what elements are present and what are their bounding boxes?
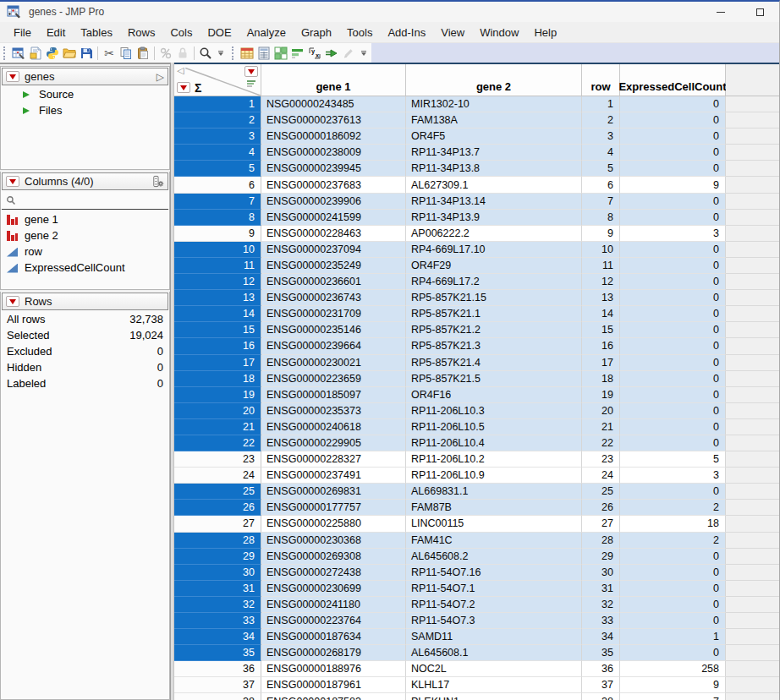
row-number-cell[interactable]: 26 [174, 500, 261, 516]
menu-item[interactable]: DOE [200, 24, 239, 41]
row-cell[interactable]: 13 [582, 290, 620, 306]
gene1-cell[interactable]: ENSG00000235373 [261, 403, 406, 419]
plot-yx-icon[interactable]: yx [306, 45, 323, 62]
count-cell[interactable]: 0 [620, 210, 726, 226]
count-cell[interactable]: 0 [620, 435, 726, 451]
tabulate-icon[interactable] [255, 45, 272, 62]
gene2-cell[interactable]: RP4-669L17.2 [406, 274, 582, 290]
gene2-cell[interactable]: RP11-34P13.7 [406, 145, 582, 161]
gene1-cell[interactable]: ENSG00000239664 [261, 338, 406, 354]
row-number-cell[interactable]: 36 [174, 661, 261, 677]
row-number-cell[interactable]: 11 [174, 258, 261, 274]
gene1-cell[interactable]: ENSG00000236601 [261, 274, 406, 290]
column-filter-icon[interactable] [247, 80, 255, 88]
column-item[interactable]: ExpressedCellCount [1, 260, 169, 276]
count-cell[interactable]: 0 [620, 387, 726, 403]
row-cell[interactable]: 25 [582, 484, 620, 500]
count-cell[interactable]: 0 [620, 484, 726, 500]
gene1-cell[interactable]: ENSG00000187961 [261, 677, 406, 693]
menu-item[interactable]: Tools [339, 24, 380, 41]
gene2-cell[interactable]: RP5-857K21.4 [406, 355, 582, 371]
row-number-cell[interactable]: 38 [174, 693, 261, 700]
gene2-cell[interactable]: RP11-206L10.5 [406, 419, 582, 435]
gene2-cell[interactable]: KLHL17 [406, 677, 582, 693]
menu-item[interactable]: File [6, 24, 39, 41]
table-row[interactable]: 11 ENSG00000235249 OR4F29 11 0 [174, 258, 779, 274]
row-cell[interactable]: 2 [582, 112, 620, 129]
row-cell[interactable]: 30 [582, 565, 620, 581]
row-number-cell[interactable]: 32 [174, 597, 261, 613]
rows-stat[interactable]: Labeled 0 [1, 375, 169, 391]
row-number-cell[interactable]: 8 [174, 210, 261, 226]
row-number-cell[interactable]: 30 [174, 565, 261, 581]
gene1-cell[interactable]: ENSG00000240618 [261, 419, 406, 435]
toolbar-overflow-icon[interactable] [216, 51, 225, 56]
row-number-cell[interactable]: 5 [174, 161, 261, 177]
table-row[interactable]: 1 NSG00000243485 MIR1302-10 1 0 [174, 96, 779, 112]
menu-item[interactable]: Edit [39, 24, 73, 41]
menu-item[interactable]: Graph [294, 24, 339, 41]
column-item[interactable]: row [1, 243, 169, 260]
maximize-button[interactable] [740, 2, 779, 22]
count-cell[interactable]: 258 [620, 661, 726, 677]
row-number-cell[interactable]: 9 [174, 226, 261, 242]
count-cell[interactable]: 0 [620, 581, 726, 597]
row-number-cell[interactable]: 28 [174, 533, 261, 549]
menu-item[interactable]: View [433, 24, 472, 41]
table-panel-item[interactable]: Files [1, 102, 169, 118]
row-number-cell[interactable]: 23 [174, 451, 261, 468]
gene2-cell[interactable]: FAM41C [406, 533, 582, 549]
window-layout-icon[interactable] [272, 45, 289, 62]
row-cell[interactable]: 5 [582, 161, 620, 177]
gene2-cell[interactable]: RP5-857K21.3 [406, 338, 582, 354]
menu-item[interactable]: Rows [120, 24, 163, 41]
count-cell[interactable]: 0 [620, 338, 726, 354]
row-number-cell[interactable]: 7 [174, 194, 261, 210]
gene2-cell[interactable]: RP11-34P13.8 [406, 161, 582, 177]
row-cell[interactable]: 24 [582, 468, 620, 484]
row-cell[interactable]: 3 [582, 129, 620, 145]
row-number-cell[interactable]: 17 [174, 355, 261, 371]
table-row[interactable]: 22 ENSG00000229905 RP11-206L10.4 22 0 [174, 435, 779, 451]
row-number-cell[interactable]: 24 [174, 468, 261, 484]
red-triangle-button[interactable] [6, 71, 19, 82]
table-row[interactable]: 31 ENSG00000230699 RP11-54O7.1 31 0 [174, 581, 779, 597]
gene2-cell[interactable]: RP11-54O7.16 [406, 565, 582, 581]
gene1-cell[interactable]: ENSG00000237094 [261, 242, 406, 258]
paste-icon[interactable] [135, 45, 151, 62]
rows-stat[interactable]: Selected 19,024 [1, 327, 169, 343]
count-cell[interactable]: 0 [620, 322, 726, 338]
gene2-cell[interactable]: MIR1302-10 [406, 96, 582, 112]
gene2-cell[interactable]: FAM138A [406, 112, 582, 129]
gene2-cell[interactable]: RP11-34P13.9 [406, 210, 582, 226]
gene2-cell[interactable]: OR4F5 [406, 129, 582, 145]
panel-expand-icon[interactable]: ▷ [157, 71, 164, 83]
table-row[interactable]: 5 ENSG00000239945 RP11-34P13.8 5 0 [174, 161, 779, 177]
count-cell[interactable]: 3 [620, 468, 726, 484]
row-cell[interactable]: 34 [582, 629, 620, 645]
table-row[interactable]: 32 ENSG00000241180 RP11-54O7.2 32 0 [174, 597, 779, 613]
save-icon[interactable] [78, 45, 95, 62]
table-row[interactable]: 25 ENSG00000269831 AL669831.1 25 0 [174, 484, 779, 500]
row-cell[interactable]: 28 [582, 533, 620, 549]
gene2-cell[interactable]: RP5-857K21.5 [406, 371, 582, 387]
table-row[interactable]: 8 ENSG00000241599 RP11-34P13.9 8 0 [174, 210, 779, 226]
row-cell[interactable]: 18 [582, 371, 620, 387]
menu-item[interactable]: Help [526, 24, 564, 41]
row-cell[interactable]: 36 [582, 661, 620, 677]
column-settings-icon[interactable] [151, 175, 164, 188]
row-cell[interactable]: 31 [582, 581, 620, 597]
row-number-cell[interactable]: 1 [174, 96, 261, 112]
table-row[interactable]: 20 ENSG00000235373 RP11-206L10.3 20 0 [174, 403, 779, 419]
gene1-cell[interactable]: ENSG00000225880 [261, 516, 406, 532]
row-cell[interactable]: 20 [582, 403, 620, 419]
row-number-cell[interactable]: 4 [174, 145, 261, 161]
gene1-cell[interactable]: ENSG00000223659 [261, 371, 406, 387]
lock-icon[interactable] [174, 45, 191, 62]
cut-icon[interactable]: ✂ [101, 45, 118, 62]
row-number-cell[interactable]: 27 [174, 516, 261, 532]
menu-item[interactable]: Add-Ins [380, 24, 433, 41]
column-header-expressedcellcount[interactable]: ExpressedCellCount [620, 64, 726, 96]
row-number-cell[interactable]: 16 [174, 338, 261, 354]
table-row[interactable]: 7 ENSG00000239906 RP11-34P13.14 7 0 [174, 194, 779, 210]
